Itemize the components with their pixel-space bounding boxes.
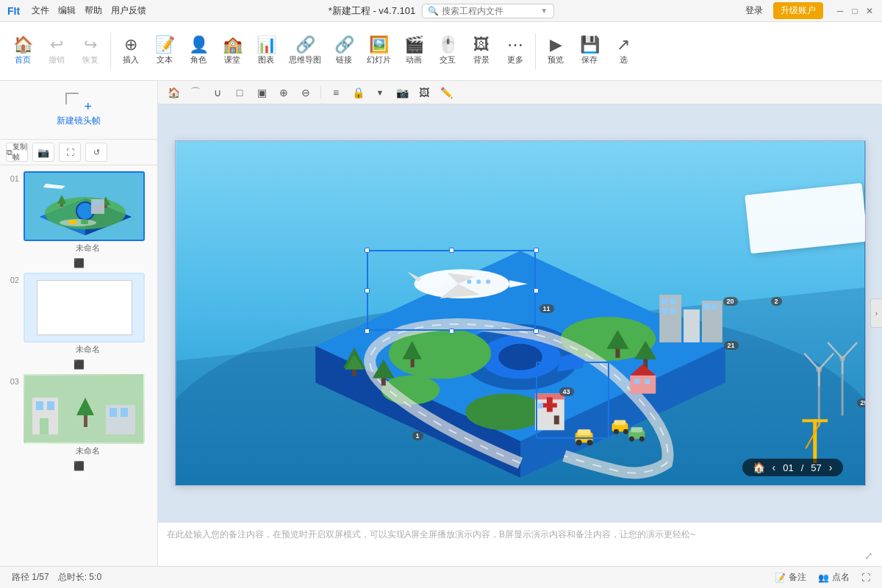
toolbar-redo[interactable]: ↪ 恢复 xyxy=(74,34,107,68)
sel-handle-mr[interactable] xyxy=(534,288,539,293)
sel-handle-tm[interactable] xyxy=(449,248,454,253)
toolbar-select[interactable]: ↗ 选 xyxy=(606,34,640,68)
role-icon: 👤 xyxy=(189,37,209,53)
sidebar-top: 新建镜头帧 xyxy=(0,81,157,140)
sel-handle-bm[interactable] xyxy=(449,329,454,334)
sel-handle-tr[interactable] xyxy=(534,248,539,253)
sidebar-resize-handle[interactable] xyxy=(154,81,157,566)
canvas-image-btn[interactable]: 🖼 xyxy=(415,84,434,101)
slide-item-1[interactable]: 01 xyxy=(6,171,151,254)
minimize-button[interactable]: ─ xyxy=(835,6,845,16)
sel-handle-ml[interactable] xyxy=(365,288,370,293)
notes-area: 在此处输入您的备注内容，在预览时开启双屏模式，可以实现A屏全屏播放演示内容，B屏… xyxy=(158,522,882,566)
toolbar-anim[interactable]: 🎬 动画 xyxy=(397,34,431,68)
canvas-scroll[interactable]: 1 3 11 20 2 21 29 30 33 40 43 14 🏠 ‹ 01/… xyxy=(158,104,882,522)
anim-icon: 🎬 xyxy=(404,37,424,53)
search-dropdown-icon[interactable]: ▼ xyxy=(540,7,548,15)
roll-call-icon: 👥 xyxy=(818,573,829,583)
slide-thumb-1[interactable] xyxy=(24,171,145,241)
svg-point-74 xyxy=(587,440,592,445)
toolbar-home[interactable]: 🏠 首页 xyxy=(6,34,40,68)
slide-thumb-2[interactable] xyxy=(24,273,145,343)
canvas-square-btn[interactable]: □ xyxy=(230,84,249,101)
sel-handle-br[interactable] xyxy=(534,329,539,334)
camera-button[interactable]: 📷 xyxy=(32,143,54,162)
slide-item-2[interactable]: 02 未命名 xyxy=(6,273,151,355)
canvas-curve1-btn[interactable]: ⌒ xyxy=(186,84,205,101)
indicator-next-button[interactable]: › xyxy=(829,462,833,473)
canvas-area: 🏠 ⌒ ∪ □ ▣ ⊕ ⊖ ≡ 🔒 ▼ 📷 🖼 ✏️ xyxy=(158,81,882,566)
indicator-prev-button[interactable]: ‹ xyxy=(772,462,776,473)
more-label: 更多 xyxy=(507,54,523,65)
svg-rect-55 xyxy=(662,298,667,304)
toolbar-chart[interactable]: 📊 图表 xyxy=(249,34,283,68)
canvas-zoomout-btn[interactable]: ⊖ xyxy=(296,84,315,101)
canvas-camera2-btn[interactable]: 📷 xyxy=(392,84,412,101)
canvas-lock2-btn[interactable]: ▼ xyxy=(370,84,390,101)
canvas-zoomin-btn[interactable]: ⊕ xyxy=(274,84,293,101)
canvas-edit-btn[interactable]: ✏️ xyxy=(437,84,456,101)
canvas-lock-btn[interactable]: 🔒 xyxy=(348,84,368,101)
toolbar-undo[interactable]: ↩ 撤销 xyxy=(40,34,74,68)
menu-item-feedback[interactable]: 用户反馈 xyxy=(111,4,146,17)
toolbar-link[interactable]: 🔗 链接 xyxy=(327,34,361,68)
select-label: 选 xyxy=(620,54,628,65)
slide-item-3[interactable]: 03 xyxy=(6,374,151,456)
indicator-home-icon[interactable]: 🏠 xyxy=(753,462,765,473)
toolbar-text[interactable]: 📝 文本 xyxy=(148,34,182,68)
loop-button[interactable]: ↺ xyxy=(85,143,107,162)
menu-item-edit[interactable]: 编辑 xyxy=(58,4,76,17)
copy-frame-button[interactable]: ⧉ 复制帧 xyxy=(6,143,28,162)
toolbar-save[interactable]: 💾 保存 xyxy=(573,34,606,68)
roll-call-button[interactable]: 👥 点名 xyxy=(818,571,850,584)
new-frame-button[interactable]: 新建镜头帧 xyxy=(6,87,151,133)
sel-handle-tl[interactable] xyxy=(365,248,370,253)
canvas-curve2-btn[interactable]: ∪ xyxy=(208,84,227,101)
sidebar-toolbar: ⧉ 复制帧 📷 ⛶ ↺ xyxy=(0,140,157,165)
toolbar-class[interactable]: 🏫 课堂 xyxy=(215,34,249,68)
svg-rect-76 xyxy=(614,420,625,425)
status-page-info: 路径 1/57 xyxy=(12,571,49,584)
search-box[interactable]: 🔍 ▼ xyxy=(421,4,553,18)
svg-point-82 xyxy=(639,437,644,442)
slide-thumb-3[interactable] xyxy=(24,374,145,444)
insert-icon: ⊕ xyxy=(124,37,137,53)
notes-icon: 📝 xyxy=(775,573,786,583)
right-expand-button[interactable]: › xyxy=(870,298,882,328)
upgrade-button[interactable]: 升级账户 xyxy=(773,2,823,19)
svg-rect-20 xyxy=(47,401,54,410)
svg-rect-58 xyxy=(670,308,675,314)
toolbar-slideshow[interactable]: 🖼️ 幻灯片 xyxy=(361,34,397,68)
toolbar-role[interactable]: 👤 角色 xyxy=(182,34,215,68)
canvas-align-btn[interactable]: ≡ xyxy=(326,84,345,101)
login-button[interactable]: 登录 xyxy=(741,3,767,18)
toolbar-preview[interactable]: ▶ 预览 xyxy=(539,34,573,68)
fullscreen-button[interactable]: ⛶ xyxy=(861,573,870,583)
maximize-button[interactable]: □ xyxy=(850,6,860,16)
insert-label: 插入 xyxy=(123,54,139,65)
toolbar-insert[interactable]: ⊕ 插入 xyxy=(114,34,148,68)
toolbar-more[interactable]: ⋯ 更多 xyxy=(498,34,532,68)
interact-icon: 🖱️ xyxy=(438,37,458,53)
toolbar-interact[interactable]: 🖱️ 交互 xyxy=(431,34,465,68)
window-controls: ─ □ ✕ xyxy=(835,6,875,16)
notes-button[interactable]: 📝 备注 xyxy=(775,571,806,584)
sel-handle-bl[interactable] xyxy=(365,329,370,334)
label-29: 29 xyxy=(857,398,866,407)
canvas-home-btn[interactable]: 🏠 xyxy=(164,84,183,101)
menu-bar: FIt 文件 编辑 帮助 用户反馈 xyxy=(7,4,146,17)
bg-icon: 🖼 xyxy=(473,37,490,53)
slide-num-1: 01 xyxy=(6,171,19,183)
menu-item-file[interactable]: 文件 xyxy=(32,4,49,17)
fit-button[interactable]: ⛶ xyxy=(59,143,81,162)
svg-rect-11 xyxy=(93,201,96,204)
notes-expand-button[interactable]: ⤢ xyxy=(864,550,873,562)
canvas-square2-btn[interactable]: ▣ xyxy=(252,84,271,101)
close-button[interactable]: ✕ xyxy=(864,6,875,16)
search-input[interactable] xyxy=(442,6,537,16)
toolbar-mindmap[interactable]: 🔗 思维导图 xyxy=(283,34,327,68)
toolbar-bg[interactable]: 🖼 背景 xyxy=(465,34,498,68)
slide-canvas[interactable]: 1 3 11 20 2 21 29 30 33 40 43 14 🏠 ‹ 01/… xyxy=(175,140,866,486)
svg-point-13 xyxy=(60,219,96,226)
menu-item-help[interactable]: 帮助 xyxy=(85,4,102,17)
